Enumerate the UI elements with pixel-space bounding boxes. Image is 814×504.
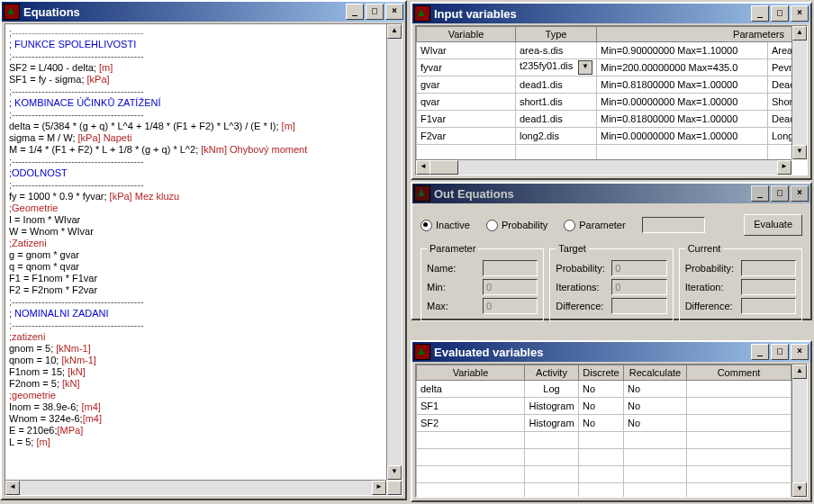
cell-type[interactable]: dead1.dis <box>516 76 597 94</box>
cell-desc[interactable]: Short Lastir <box>768 94 792 111</box>
dropdown-icon[interactable]: ▼ <box>578 60 592 75</box>
close-button[interactable]: × <box>385 4 403 20</box>
scroll-down-icon[interactable]: ▼ <box>792 145 807 159</box>
cell-parameters[interactable]: Min=0.90000000 Max=1.10000 <box>597 42 768 59</box>
table-row[interactable]: gvar dead1.dis Min=0.81800000 Max=1.0000… <box>417 76 792 94</box>
input-variables-table[interactable]: Variable Type Parameters WIvar area-s.di… <box>416 26 791 159</box>
minimize-button[interactable]: _ <box>346 4 364 20</box>
equations-editor[interactable]: ;---------------------------------------… <box>5 24 386 480</box>
cell-activity[interactable]: Log <box>525 381 579 398</box>
cell-parameters[interactable]: Min=0.81800000 Max=1.00000 <box>597 111 768 128</box>
scroll-up-icon[interactable]: ▲ <box>387 24 402 39</box>
cell-recalculate[interactable]: No <box>624 415 687 432</box>
col-discrete[interactable]: Discrete <box>579 365 624 381</box>
cell-parameters[interactable]: Min=0.00000000 Max=1.00000 <box>597 94 768 111</box>
minimize-button[interactable]: _ <box>751 185 769 202</box>
cell-variable[interactable]: delta <box>417 381 525 398</box>
col-parameters[interactable]: Parameters <box>597 27 792 42</box>
cell-parameters[interactable]: Min=0.81800000 Max=1.00000 <box>597 76 768 94</box>
close-button[interactable]: × <box>791 185 809 202</box>
col-variable[interactable]: Variable <box>417 27 516 42</box>
cell-desc[interactable]: Dead 1 <0 <box>768 111 792 128</box>
col-type[interactable]: Type <box>516 27 597 42</box>
cell-discrete[interactable]: No <box>579 415 624 432</box>
maximize-button[interactable]: □ <box>771 185 789 202</box>
vertical-scrollbar[interactable]: ▲ ▼ <box>386 24 402 480</box>
table-row[interactable]: fyvar t235fy01.dis▼ Min=200.00000000 Max… <box>417 59 792 76</box>
col-activity[interactable]: Activity <box>525 365 579 381</box>
cell-desc[interactable]: Pevnost na <box>768 59 792 76</box>
table-row[interactable]: F1var dead1.dis Min=0.81800000 Max=1.000… <box>417 111 792 128</box>
cell-variable[interactable]: gvar <box>417 76 516 94</box>
col-recalculate[interactable]: Recalculate <box>624 365 687 381</box>
cell-discrete[interactable]: No <box>579 398 624 415</box>
cell-parameters[interactable]: Min=200.00000000 Max=435.0 <box>597 59 768 76</box>
minimize-button[interactable]: _ <box>751 5 769 22</box>
table-row[interactable]: F2var long2.dis Min=0.00000000 Max=1.000… <box>417 128 792 145</box>
scroll-right-icon[interactable]: ► <box>372 481 386 495</box>
horizontal-scrollbar[interactable]: ◄ ► <box>416 159 791 175</box>
cell-variable[interactable]: fyvar <box>417 59 516 76</box>
evaluated-variables-table[interactable]: Variable Activity Discrete Recalculate C… <box>416 364 791 497</box>
radio-parameter[interactable]: Parameter <box>564 220 625 231</box>
cell-recalculate[interactable]: No <box>624 398 687 415</box>
radio-inactive[interactable]: Inactive <box>421 220 470 231</box>
cell-variable[interactable]: SF1 <box>417 398 525 415</box>
cell-comment[interactable] <box>687 398 791 415</box>
min-field[interactable]: 0 <box>483 279 538 295</box>
cell-parameters[interactable]: Min=0.00000000 Max=1.00000 <box>597 128 768 145</box>
max-field[interactable]: 0 <box>483 298 538 314</box>
close-button[interactable]: × <box>791 344 809 360</box>
evaluate-button[interactable]: Evaluate <box>744 214 802 236</box>
target-iterations-field[interactable]: 0 <box>611 279 666 295</box>
scroll-right-icon[interactable]: ► <box>777 160 791 175</box>
cell-variable[interactable]: qvar <box>417 94 516 111</box>
cell-variable[interactable]: SF2 <box>417 415 525 432</box>
maximize-button[interactable]: □ <box>771 344 789 360</box>
table-row[interactable]: delta Log No No <box>417 381 791 398</box>
scroll-up-icon[interactable]: ▲ <box>792 26 807 40</box>
cell-type[interactable]: dead1.dis <box>516 111 597 128</box>
cell-type[interactable]: t235fy01.dis▼ <box>516 59 597 76</box>
scroll-left-icon[interactable]: ◄ <box>416 160 430 175</box>
cell-type[interactable]: area-s.dis <box>516 42 597 59</box>
col-comment[interactable]: Comment <box>687 365 791 381</box>
cell-activity[interactable]: Histogram <box>525 415 579 432</box>
target-difference-field[interactable] <box>611 298 666 314</box>
cell-variable[interactable]: F1var <box>417 111 516 128</box>
cell-activity[interactable]: Histogram <box>525 398 579 415</box>
table-row[interactable]: qvar short1.dis Min=0.00000000 Max=1.000… <box>417 94 792 111</box>
cell-comment[interactable] <box>687 415 791 432</box>
table-row[interactable]: SF2 Histogram No No <box>417 415 791 432</box>
scroll-left-icon[interactable]: ◄ <box>5 481 20 495</box>
cell-desc[interactable]: Dead 1 <0 <box>768 76 792 94</box>
scroll-thumb[interactable] <box>430 160 458 175</box>
vertical-scrollbar[interactable]: ▲ ▼ <box>791 26 807 159</box>
scroll-down-icon[interactable]: ▼ <box>792 482 807 497</box>
table-row[interactable]: WIvar area-s.dis Min=0.90000000 Max=1.10… <box>417 42 792 59</box>
cell-discrete[interactable]: No <box>579 381 624 398</box>
cell-desc[interactable]: Long Lastir <box>768 128 792 145</box>
scroll-up-icon[interactable]: ▲ <box>792 364 807 379</box>
scroll-down-icon[interactable]: ▼ <box>387 465 402 480</box>
cell-desc[interactable]: Area Stand <box>768 42 792 59</box>
name-field[interactable] <box>483 260 538 276</box>
current-difference-field[interactable] <box>741 298 796 314</box>
radio-probability[interactable]: Probability <box>486 220 547 231</box>
cell-type[interactable]: short1.dis <box>516 94 597 111</box>
target-probability-field[interactable]: 0 <box>611 260 666 276</box>
cell-comment[interactable] <box>687 381 791 398</box>
cell-variable[interactable]: WIvar <box>417 42 516 59</box>
col-variable[interactable]: Variable <box>417 365 525 381</box>
parameter-value-field[interactable] <box>642 217 705 233</box>
cell-type[interactable]: long2.dis <box>516 128 597 145</box>
close-button[interactable]: × <box>791 5 809 22</box>
maximize-button[interactable]: □ <box>771 5 789 22</box>
vertical-scrollbar[interactable]: ▲ ▼ <box>791 364 807 497</box>
cell-variable[interactable]: F2var <box>417 128 516 145</box>
table-row[interactable]: SF1 Histogram No No <box>417 398 791 415</box>
horizontal-scrollbar[interactable]: ◄ ► <box>5 480 386 495</box>
current-probability-field[interactable] <box>741 260 796 276</box>
current-iteration-field[interactable] <box>741 279 796 295</box>
cell-recalculate[interactable]: No <box>624 381 687 398</box>
